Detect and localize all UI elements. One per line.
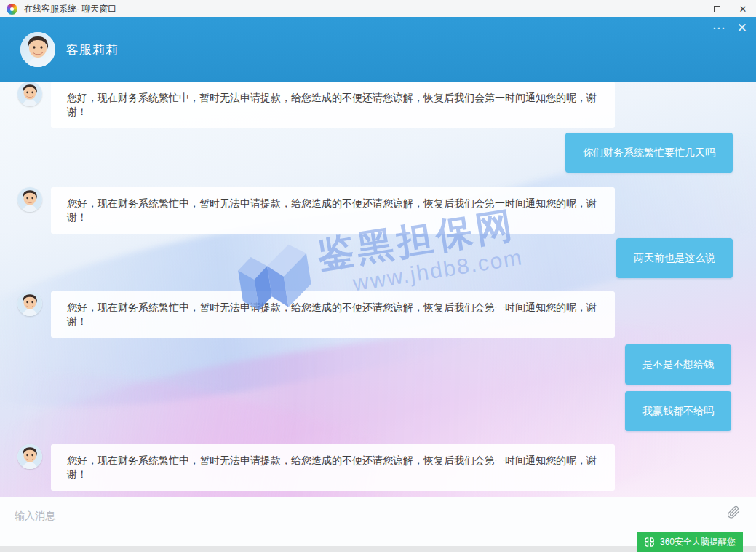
titlebar: 在线客服系统- 聊天窗口 ✕ (0, 0, 756, 17)
agent-avatar (20, 32, 55, 67)
message-row: 两天前也是这么说 (0, 238, 756, 278)
agent-message-bubble: 您好，现在财务系统繁忙中，暂时无法申请提款，给您造成的不便还请您谅解，恢复后我们… (51, 291, 615, 338)
attachment-button[interactable] (725, 505, 741, 521)
message-row: 您好，现在财务系统繁忙中，暂时无法申请提款，给您造成的不便还请您谅解，恢复后我们… (0, 187, 756, 234)
app-logo-icon (7, 4, 17, 15)
message-row: 你们财务系统繁忙要忙几天吗 (0, 133, 756, 173)
user-message-bubble: 你们财务系统繁忙要忙几天吗 (565, 133, 733, 173)
chat-header: 客服莉莉 ··· ✕ (0, 17, 756, 82)
maximize-icon (714, 6, 720, 12)
chat-area: 您好，现在财务系统繁忙中，暂时无法申请提款，给您造成的不便还请您谅解，恢复后我们… (0, 82, 756, 497)
close-window-button[interactable]: ✕ (730, 0, 756, 17)
message-input[interactable] (15, 503, 699, 528)
minimize-button[interactable] (677, 0, 704, 17)
security-notice-label: 360安全大脑提醒您 (660, 536, 736, 548)
agent-message-bubble: 您好，现在财务系统繁忙中，暂时无法申请提款，给您造成的不便还请您谅解，恢复后我们… (51, 444, 615, 491)
more-menu-icon[interactable]: ··· (713, 21, 726, 36)
user-message-bubble: 我赢钱都不给吗 (625, 391, 731, 431)
message-row: 您好，现在财务系统繁忙中，暂时无法申请提款，给您造成的不便还请您谅解，恢复后我们… (0, 444, 756, 491)
minimize-icon (687, 9, 695, 9)
user-message-bubble: 两天前也是这么说 (616, 238, 733, 278)
agent-name: 客服莉莉 (66, 42, 119, 58)
maximize-button[interactable] (704, 0, 730, 17)
chat-window: 在线客服系统- 聊天窗口 ✕ 客服莉莉 (0, 0, 756, 552)
window-title: 在线客服系统- 聊天窗口 (24, 3, 116, 15)
paperclip-icon (726, 505, 741, 519)
security-notice-button[interactable]: 360安全大脑提醒您 (637, 532, 743, 552)
agent-avatar (17, 291, 42, 316)
agent-avatar (17, 444, 42, 469)
chat-close-icon[interactable]: ✕ (737, 21, 747, 36)
agent-avatar (17, 82, 42, 106)
agent-avatar (17, 187, 42, 212)
close-icon: ✕ (739, 4, 747, 15)
agent-message-bubble: 您好，现在财务系统繁忙中，暂时无法申请提款，给您造成的不便还请您谅解，恢复后我们… (51, 82, 615, 128)
message-row: 是不是不想给钱 (0, 344, 756, 385)
agent-message-bubble: 您好，现在财务系统繁忙中，暂时无法申请提款，给您造成的不便还请您谅解，恢复后我们… (51, 187, 615, 234)
message-row: 您好，现在财务系统繁忙中，暂时无法申请提款，给您造成的不便还请您谅解，恢复后我们… (0, 82, 756, 128)
user-message-bubble: 是不是不想给钱 (625, 344, 731, 385)
360-logo-icon (644, 537, 655, 548)
message-row: 我赢钱都不给吗 (0, 391, 756, 431)
message-row: 您好，现在财务系统繁忙中，暂时无法申请提款，给您造成的不便还请您谅解，恢复后我们… (0, 291, 756, 338)
